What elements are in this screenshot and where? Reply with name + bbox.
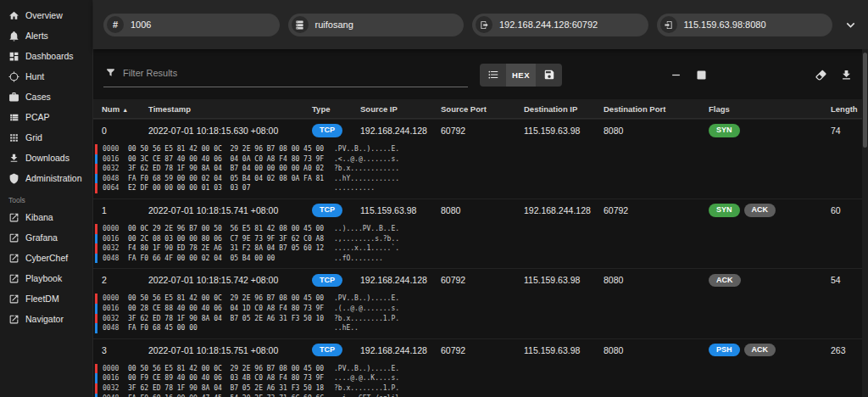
minimize-button[interactable]	[665, 64, 686, 85]
destination-endpoint-pill[interactable]: 115.159.63.98:8080	[657, 14, 833, 36]
sidebar-item-hunt[interactable]: Hunt	[0, 66, 92, 87]
hex-ascii: .PV..B..).....E.	[334, 364, 399, 374]
packet-num: 2	[102, 275, 148, 285]
briefcase-icon	[8, 92, 19, 103]
card-view-button[interactable]	[691, 64, 711, 85]
hex-offset: 0032	[103, 243, 128, 254]
tools-section-label: Tools	[0, 188, 92, 207]
hex-ascii: .,........s.?b..	[334, 234, 399, 244]
sidebar-item-navigator[interactable]: Navigator	[0, 309, 92, 329]
packet-src-port: 60792	[441, 345, 524, 355]
clear-button[interactable]	[810, 64, 831, 85]
packet-dst-port: 8080	[604, 345, 709, 355]
sidebar-item-dashboards[interactable]: Dashboards	[0, 46, 92, 66]
packet-row[interactable]: 22022-07-01 10:18:15.742 +08:00TCP192.16…	[93, 268, 868, 291]
sidebar-item-label: Downloads	[25, 153, 70, 163]
scrollbar-thumb[interactable]	[863, 53, 867, 148]
sidebar-item-label: Kibana	[25, 212, 53, 222]
packet-flags: PSHACK	[709, 344, 831, 356]
packet-flags: SYNACK	[709, 204, 831, 216]
packet-timestamp: 2022-07-01 10:18:15.751 +08:00	[148, 345, 312, 355]
job-number-pill[interactable]: # 1006	[103, 14, 280, 36]
packet-row[interactable]: 02022-07-01 10:18:15.630 +08:00TCP192.16…	[93, 119, 868, 142]
header-destination-ip[interactable]: Destination IP	[524, 104, 604, 114]
hex-offset: 0016	[103, 154, 128, 165]
hex-offset: 0000	[103, 224, 128, 234]
hex-line: 000000 50 56 E5 81 42 00 0C 29 2E 96 B7 …	[95, 294, 868, 304]
hex-ascii: ..fO........	[334, 254, 383, 264]
type-badge: TCP	[312, 344, 342, 356]
filter-field	[103, 62, 468, 87]
vertical-scrollbar[interactable]	[862, 49, 868, 397]
save-icon	[543, 69, 555, 81]
view-toggle-group: HEX	[480, 64, 562, 87]
hex-line: 000000 0C 29 2E 96 B7 00 50 56 E5 81 42 …	[95, 224, 868, 234]
job-number-value: 1006	[131, 20, 151, 30]
sidebar-item-downloads[interactable]: Downloads	[0, 148, 92, 168]
source-endpoint-value: 192.168.244.128:60792	[499, 20, 598, 30]
hex-ascii: ..hY............	[334, 174, 399, 184]
hex-line: 000000 50 56 E5 81 42 00 0C 29 2E 96 B7 …	[95, 144, 868, 154]
packet-num: 3	[102, 345, 148, 355]
sidebar-item-administration[interactable]: Administration	[0, 168, 92, 188]
packet-timestamp: 2022-07-01 10:18:15.630 +08:00	[148, 126, 312, 136]
hash-icon: #	[107, 16, 124, 33]
save-view-button[interactable]	[536, 64, 562, 87]
sidebar-item-pcap[interactable]: PCAP	[0, 107, 92, 127]
hex-view-button[interactable]: HEX	[506, 64, 536, 87]
sidebar-item-grafana[interactable]: Grafana	[0, 227, 92, 248]
hex-ascii: .PV..B..).....E.	[334, 144, 399, 154]
hex-line: 00323F 62 ED 78 1F 90 8A 04 B7 05 2E A6 …	[95, 383, 868, 394]
download-pcap-button[interactable]	[836, 64, 856, 85]
sidebar-item-label: PCAP	[25, 112, 50, 122]
hex-bytes: 3F 62 ED 78 1F 90 8A 04 B7 05 2E A6 31 F…	[128, 314, 334, 324]
collapse-job-button[interactable]	[841, 15, 860, 34]
sidebar-item-fleetdm[interactable]: FleetDM	[0, 288, 92, 309]
header-flags[interactable]: Flags	[709, 104, 831, 114]
filter-input[interactable]	[123, 68, 465, 78]
hex-dump: 000000 50 56 E5 81 42 00 0C 29 2E 96 B7 …	[93, 361, 868, 397]
hex-offset: 0064	[103, 183, 128, 193]
hex-dump: 000000 50 56 E5 81 42 00 0C 29 2E 96 B7 …	[93, 142, 868, 198]
sidebar-item-alerts[interactable]: Alerts	[0, 25, 92, 46]
header-destination-port[interactable]: Destination Port	[604, 104, 709, 114]
flag-badge-ack: ACK	[709, 274, 741, 287]
sidebar-item-kibana[interactable]: Kibana	[0, 207, 92, 227]
header-timestamp[interactable]: Timestamp	[148, 104, 312, 114]
hex-line: 0064E2 DF 00 00 00 00 01 03 03 07.......…	[95, 183, 868, 193]
chevron-down-icon	[843, 17, 859, 33]
hex-line: 0048FA F0 69 16 00 00 47 45 54 20 2F 73 …	[95, 394, 868, 397]
hex-offset: 0016	[103, 373, 128, 383]
sidebar-item-cases[interactable]: Cases	[0, 87, 92, 107]
packet-timestamp: 2022-07-01 10:18:15.741 +08:00	[148, 205, 312, 215]
main-area: # 1006 ruifosang 192.168.244.128:60792 1…	[93, 0, 868, 397]
home-icon	[8, 10, 19, 21]
hex-bytes: 00 0C 29 2E 96 B7 00 50 56 E5 81 42 08 0…	[128, 224, 334, 234]
hex-line: 001600 F9 CE 89 40 00 40 06 03 4B C0 A8 …	[95, 373, 868, 383]
sidebar-item-playbook[interactable]: Playbook	[0, 268, 92, 288]
hex-bytes: 00 50 56 E5 81 42 00 0C 29 2E 96 B7 08 0…	[128, 294, 334, 304]
header-num[interactable]: Num▲	[102, 104, 148, 114]
list-view-button[interactable]	[480, 64, 506, 87]
packet-row[interactable]: 32022-07-01 10:18:15.751 +08:00TCP192.16…	[93, 338, 868, 361]
hex-line: 0032F4 80 1F 90 ED 78 2E A6 31 F2 8A 04 …	[95, 243, 868, 254]
packet-row[interactable]: 12022-07-01 10:18:15.741 +08:00TCP115.15…	[93, 198, 868, 221]
header-source-ip[interactable]: Source IP	[360, 104, 441, 114]
external-link-icon	[8, 212, 19, 223]
sidebar-item-label: Grid	[25, 132, 42, 143]
sidebar-item-label: Cases	[25, 92, 51, 102]
source-arrow-icon	[480, 20, 489, 30]
packet-dst-port: 8080	[604, 126, 709, 136]
sidebar-item-cyberchef[interactable]: CyberChef	[0, 248, 92, 268]
packet-type: TCP	[312, 274, 360, 287]
header-type[interactable]: Type	[312, 104, 360, 114]
sidebar-item-overview[interactable]: Overview	[0, 5, 92, 25]
hex-line: 001600 3C CE 87 40 00 40 06 04 0A C0 A8 …	[95, 154, 868, 165]
sidebar-item-grid[interactable]: Grid	[0, 127, 92, 148]
minus-icon	[670, 69, 682, 81]
hex-offset: 0000	[103, 144, 128, 154]
source-endpoint-pill[interactable]: 192.168.244.128:60792	[472, 14, 648, 36]
sensor-pill[interactable]: ruifosang	[288, 14, 465, 36]
download-icon	[8, 153, 19, 164]
header-source-port[interactable]: Source Port	[441, 104, 524, 114]
